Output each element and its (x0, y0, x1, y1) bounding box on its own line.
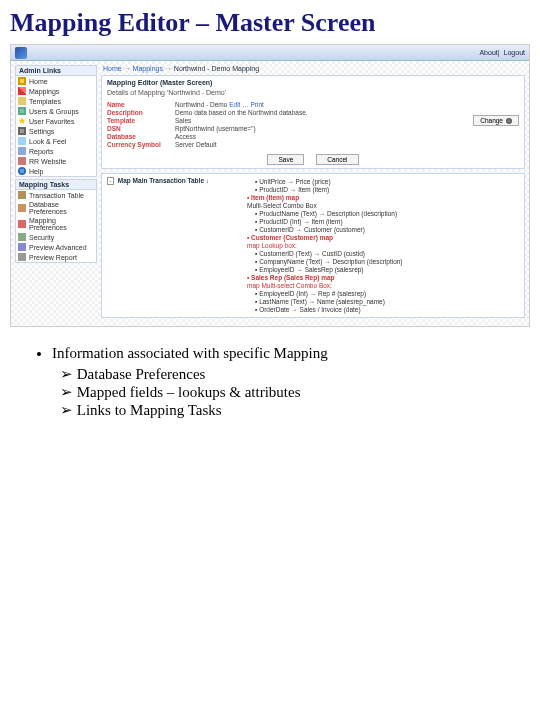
sidebar-item-users-groups[interactable]: Users & Groups (16, 106, 96, 116)
sidebar-item-templates[interactable]: Templates (16, 96, 96, 106)
slide-bullets: Information associated with specific Map… (24, 345, 524, 419)
edit-name-link[interactable]: Edit … Print (229, 101, 264, 108)
tree-line: OrderDate → Sales / Invoice (date) (255, 306, 519, 313)
sidebar-item-website[interactable]: RR Website (16, 156, 96, 166)
tree-line: LastName (Text) → Name (salesrep_name) (255, 298, 519, 305)
preview-icon (18, 253, 26, 261)
label: Database Preferences (29, 201, 94, 215)
about-link[interactable]: About (479, 49, 497, 56)
globe-icon (18, 157, 26, 165)
reports-icon (18, 147, 26, 155)
sidebar-item-preview-advanced[interactable]: Preview Advanced (16, 242, 96, 252)
palette-icon (18, 137, 26, 145)
bullet-sub: Links to Mapping Tasks (60, 401, 524, 419)
sidebar-item-reports[interactable]: Reports (16, 146, 96, 156)
admin-links-header: Admin Links (16, 66, 96, 76)
mapping-tasks-header: Mapping Tasks (16, 180, 96, 190)
sidebar-item-home[interactable]: Home (16, 76, 96, 86)
value-currency: Server Default (175, 141, 453, 148)
label: Mappings (29, 88, 59, 95)
customer-section[interactable]: • Customer (Customer) map (247, 234, 519, 241)
label: Help (29, 168, 43, 175)
breadcrumb: HomeMappingsNorthwind - Demo Mapping (101, 65, 525, 75)
gear-icon (506, 118, 512, 124)
tree-left: - Map Main Transaction Table ↓ (107, 177, 247, 314)
master-card: Mapping Editor (Master Screen) Details o… (101, 75, 525, 169)
label: RR Website (29, 158, 66, 165)
label-name: Name (107, 101, 169, 108)
label: Reports (29, 148, 54, 155)
gear-icon (18, 127, 26, 135)
tree-line: CustomerID → Customer (customer) (255, 226, 519, 233)
database-icon (18, 204, 26, 212)
tree-right: UnitPrice → Price (price) ProductID → It… (247, 177, 519, 314)
label: Look & Feel (29, 138, 66, 145)
detail-grid: Name Northwind - Demo Edit … Print Chang… (107, 101, 519, 148)
sidebar-item-favorites[interactable]: User Favorites (16, 116, 96, 126)
label: Security (29, 234, 54, 241)
rep-section[interactable]: • Sales Rep (Sales Rep) map (247, 274, 519, 281)
tree-root[interactable]: Map Main Transaction Table ↓ (118, 177, 209, 184)
preview-adv-icon (18, 243, 26, 251)
app-logo-icon (15, 47, 27, 59)
sidebar-item-preview-report[interactable]: Preview Report (16, 252, 96, 262)
button-row: Save Cancel (107, 154, 519, 165)
tree-line: EmployeeID (Int) → Rep # (salesrep) (255, 290, 519, 297)
label-template: Template (107, 117, 169, 124)
label: Preview Advanced (29, 244, 87, 251)
home-icon (18, 77, 26, 85)
sidebar-item-mappings[interactable]: Mappings (16, 86, 96, 96)
topbar: About | Logout (11, 45, 529, 61)
value-name: Northwind - Demo Edit … Print (175, 101, 453, 108)
change-button[interactable]: Change (473, 115, 519, 126)
sidebar-item-settings[interactable]: Settings (16, 126, 96, 136)
item-note: Multi-Select Combo Box (247, 202, 519, 209)
label-currency: Currency Symbol (107, 141, 169, 148)
sidebar-item-mapping-prefs[interactable]: Mapping Preferences (16, 216, 96, 232)
rep-note: map Multi-select Combo Box: (247, 282, 519, 289)
help-icon (18, 167, 26, 175)
logout-link[interactable]: Logout (504, 49, 525, 56)
admin-links-panel: Admin Links Home Mappings Templates User… (15, 65, 97, 177)
label: Templates (29, 98, 61, 105)
value-dsn: RptNorthwind (username='') (175, 125, 453, 132)
users-icon (18, 107, 26, 115)
tree-line: CustomerID (Text) → CustID (custid) (255, 250, 519, 257)
bullet-sub: Database Preferences (60, 365, 524, 383)
prefs-icon (18, 220, 26, 228)
breadcrumb-home[interactable]: Home (103, 65, 133, 72)
sidebar-item-security[interactable]: Security (16, 232, 96, 242)
save-button[interactable]: Save (267, 154, 304, 165)
label-description: Description (107, 109, 169, 116)
label-dsn: DSN (107, 125, 169, 132)
card-subtitle: Details of Mapping 'Northwind - Demo' (107, 89, 519, 96)
tree-line: ProductName (Text) → Description (descri… (255, 210, 519, 217)
label: Mapping Preferences (29, 217, 94, 231)
table-icon (18, 191, 26, 199)
bullet-sub: Mapped fields – lookups & attributes (60, 383, 524, 401)
label: Preview Report (29, 254, 77, 261)
cancel-button[interactable]: Cancel (316, 154, 358, 165)
sidebar-item-db-prefs[interactable]: Database Preferences (16, 200, 96, 216)
label: Settings (29, 128, 54, 135)
star-icon (18, 117, 26, 125)
tree-line: UnitPrice → Price (price) (255, 178, 519, 185)
item-section[interactable]: • Item (Item) map (247, 194, 519, 201)
sidebar-item-transaction-table[interactable]: Transaction Table (16, 190, 96, 200)
value-database: Access (175, 133, 453, 140)
cust-note: map Lookup box: (247, 242, 519, 249)
breadcrumb-current: Northwind - Demo Mapping (174, 65, 259, 72)
main-row: Admin Links Home Mappings Templates User… (11, 61, 529, 326)
value-template: Sales (175, 117, 453, 124)
slide-title: Mapping Editor – Master Screen (0, 0, 540, 44)
label: Home (29, 78, 48, 85)
breadcrumb-mappings[interactable]: Mappings (133, 65, 174, 72)
label-database: Database (107, 133, 169, 140)
sidebar-item-look-feel[interactable]: Look & Feel (16, 136, 96, 146)
expand-root[interactable]: - (107, 177, 114, 185)
value-description: Demo data based on the Northwind databas… (175, 109, 453, 116)
shield-icon (18, 233, 26, 241)
bullet-main: Information associated with specific Map… (52, 345, 524, 362)
sidebar-item-help[interactable]: Help (16, 166, 96, 176)
tree-line: ProductID (Int) → Item (item) (255, 218, 519, 225)
